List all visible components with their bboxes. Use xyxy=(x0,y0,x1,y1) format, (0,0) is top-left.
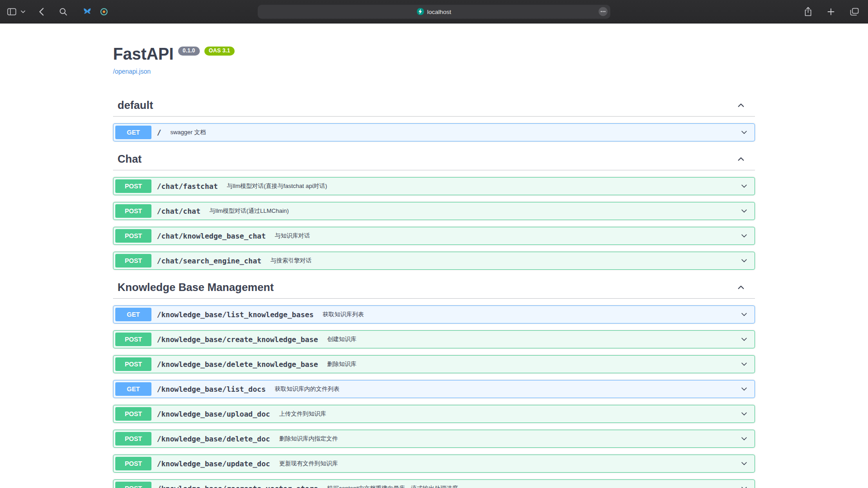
endpoint-path: / xyxy=(151,128,166,137)
endpoint-path: /knowledge_base/list_docs xyxy=(151,385,270,394)
share-icon xyxy=(804,7,812,16)
expand-endpoint-button[interactable] xyxy=(740,206,749,216)
api-section: Knowledge Base Management GET /knowledge… xyxy=(113,277,755,488)
tab-group-chevron-button[interactable] xyxy=(20,8,26,16)
expand-endpoint-button[interactable] xyxy=(740,128,749,137)
tab-overview-button[interactable] xyxy=(847,5,862,19)
section-endpoints: POST /chat/fastchat 与llm模型对话(直接与fastchat… xyxy=(113,177,755,270)
collapse-section-icon[interactable] xyxy=(736,154,746,164)
section-title: Chat xyxy=(118,153,142,165)
endpoint-path: /knowledge_base/upload_doc xyxy=(151,410,274,418)
collapse-section-icon[interactable] xyxy=(736,282,746,292)
chevron-down-icon xyxy=(740,256,749,265)
method-badge: POST xyxy=(115,179,151,193)
method-badge: POST xyxy=(115,457,151,470)
url-text: localhost xyxy=(427,8,451,15)
endpoint-row[interactable]: GET /knowledge_base/list_docs 获取知识库内的文件列… xyxy=(113,380,755,398)
endpoint-row[interactable]: POST /knowledge_base/delete_doc 删除知识库内指定… xyxy=(113,430,755,448)
endpoint-description: 获取知识库列表 xyxy=(318,310,740,319)
method-badge: POST xyxy=(115,204,151,218)
back-button[interactable] xyxy=(36,5,47,19)
section-header[interactable]: Knowledge Base Management xyxy=(113,277,755,299)
page-title: FastAPI 0.1.0 OAS 3.1 xyxy=(113,44,755,64)
endpoint-path: /chat/search_engine_chat xyxy=(151,257,266,265)
method-badge: POST xyxy=(115,407,151,421)
method-badge: POST xyxy=(115,254,151,267)
chevron-down-icon xyxy=(740,434,749,443)
endpoint-row[interactable]: GET /knowledge_base/list_knowledge_bases… xyxy=(113,305,755,324)
method-badge: POST xyxy=(115,333,151,346)
endpoint-row[interactable]: POST /chat/fastchat 与llm模型对话(直接与fastchat… xyxy=(113,177,755,195)
share-button[interactable] xyxy=(802,4,815,19)
endpoint-description: 与llm模型对话(通过LLMChain) xyxy=(205,207,740,215)
openapi-spec-link[interactable]: /openapi.json xyxy=(113,68,151,75)
endpoint-row[interactable]: POST /chat/search_engine_chat 与搜索引擎对话 xyxy=(113,252,755,270)
chevron-left-icon xyxy=(39,8,44,16)
expand-endpoint-button[interactable] xyxy=(740,484,749,488)
section-title: Knowledge Base Management xyxy=(118,281,274,294)
api-title-text: FastAPI xyxy=(113,44,174,64)
section-header[interactable]: default xyxy=(113,94,755,117)
endpoint-row[interactable]: POST /knowledge_base/delete_knowledge_ba… xyxy=(113,355,755,373)
expand-endpoint-button[interactable] xyxy=(740,409,749,418)
endpoint-row[interactable]: GET / swagger 文档 xyxy=(113,123,755,141)
ellipsis-icon xyxy=(600,11,606,13)
new-tab-button[interactable] xyxy=(825,5,837,18)
address-bar[interactable]: localhost xyxy=(258,5,610,19)
toolbar-left xyxy=(6,5,111,19)
endpoint-row[interactable]: POST /chat/chat 与llm模型对话(通过LLMChain) xyxy=(113,202,755,220)
endpoint-row[interactable]: POST /knowledge_base/create_knowledge_ba… xyxy=(113,330,755,348)
endpoint-row[interactable]: POST /knowledge_base/recreate_vector_sto… xyxy=(113,479,755,488)
extension-icon-record[interactable] xyxy=(97,5,111,19)
expand-endpoint-button[interactable] xyxy=(740,385,749,394)
endpoint-description: swagger 文档 xyxy=(166,128,740,136)
search-button[interactable] xyxy=(57,5,70,19)
endpoint-row[interactable]: POST /chat/knowledge_base_chat 与知识库对话 xyxy=(113,227,755,245)
endpoint-description: 上传文件到知识库 xyxy=(274,410,740,418)
expand-endpoint-button[interactable] xyxy=(740,231,749,240)
sidebar-toggle-button[interactable] xyxy=(6,5,17,18)
endpoint-description: 与搜索引擎对话 xyxy=(266,257,740,265)
sidebar-icon xyxy=(7,8,16,15)
section-endpoints: GET /knowledge_base/list_knowledge_bases… xyxy=(113,305,755,488)
expand-endpoint-button[interactable] xyxy=(740,434,749,443)
plus-icon xyxy=(827,8,835,15)
expand-endpoint-button[interactable] xyxy=(740,182,749,191)
endpoint-description: 与知识库对话 xyxy=(270,232,740,240)
extension-icon-blue[interactable] xyxy=(80,5,94,18)
chevron-down-icon xyxy=(740,310,749,319)
endpoint-row[interactable]: POST /knowledge_base/update_doc 更新现有文件到知… xyxy=(113,455,755,473)
section-title: default xyxy=(118,99,153,112)
chevron-down-icon xyxy=(740,459,749,468)
collapse-section-icon[interactable] xyxy=(736,100,746,110)
browser-chrome: localhost xyxy=(0,0,868,23)
chevron-down-icon xyxy=(740,360,749,369)
endpoint-path: /knowledge_base/update_doc xyxy=(151,460,274,468)
method-badge: POST xyxy=(115,482,151,488)
expand-endpoint-button[interactable] xyxy=(740,310,749,319)
chevron-down-icon xyxy=(740,484,749,488)
record-ring-icon xyxy=(100,8,108,16)
chevron-down-icon xyxy=(740,128,749,137)
chevron-down-icon xyxy=(740,409,749,418)
method-badge: GET xyxy=(115,308,151,321)
version-badge: 0.1.0 xyxy=(178,47,200,56)
api-sections: default GET / swagger 文档 Chat POST /chat… xyxy=(113,94,755,488)
endpoint-row[interactable]: POST /knowledge_base/upload_doc 上传文件到知识库 xyxy=(113,405,755,423)
endpoint-path: /knowledge_base/delete_knowledge_base xyxy=(151,360,322,369)
section-header[interactable]: Chat xyxy=(113,148,755,170)
endpoint-path: /knowledge_base/list_knowledge_bases xyxy=(151,310,318,319)
chevron-down-icon xyxy=(740,206,749,216)
page-options-button[interactable] xyxy=(599,7,608,16)
expand-endpoint-button[interactable] xyxy=(740,335,749,344)
section-endpoints: GET / swagger 文档 xyxy=(113,123,755,141)
chevron-down-icon xyxy=(740,231,749,240)
method-badge: GET xyxy=(115,382,151,396)
expand-endpoint-button[interactable] xyxy=(740,459,749,468)
expand-endpoint-button[interactable] xyxy=(740,360,749,369)
oas-badge: OAS 3.1 xyxy=(204,47,235,56)
endpoint-path: /chat/fastchat xyxy=(151,182,222,191)
expand-endpoint-button[interactable] xyxy=(740,256,749,265)
chevron-down-icon xyxy=(740,182,749,191)
method-badge: POST xyxy=(115,432,151,446)
